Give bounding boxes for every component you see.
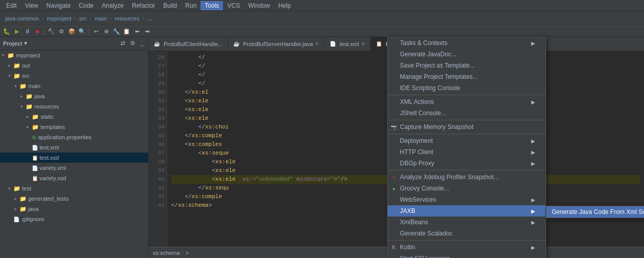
- tab-label-test-xml: test.xml: [339, 41, 359, 47]
- sidebar-minimize-btn[interactable]: _: [139, 39, 145, 47]
- submenu-generate-java[interactable]: Generate Java Code From Xml Schema using…: [547, 206, 644, 218]
- toolbar-run-btn[interactable]: ▶: [12, 27, 22, 36]
- toolbar-btn-1[interactable]: 🐛: [2, 27, 11, 36]
- breadcrumb-java-common[interactable]: java-common: [3, 15, 41, 22]
- menu-refactor[interactable]: Refactor: [128, 1, 159, 10]
- toolbar-btn-3[interactable]: 🔨: [47, 27, 56, 36]
- file-icon-variety-xsd: 📋: [32, 176, 38, 181]
- toolbar-btn-6[interactable]: 🔍: [77, 27, 87, 36]
- toolbar-sep-2: [89, 28, 89, 35]
- menu-analyze[interactable]: Analyze: [98, 1, 128, 10]
- menu-webservices[interactable]: WebServices ▶: [388, 194, 546, 205]
- tab-proto-server[interactable]: ☕ ProtoBufServerHandler.java ✕: [228, 37, 325, 51]
- tab-close-test-xml[interactable]: ✕: [361, 41, 365, 47]
- breadcrumb-src[interactable]: src: [77, 15, 89, 22]
- menu-tasks[interactable]: Tasks & Contexts ▶: [388, 37, 546, 49]
- tab-test-xml[interactable]: 📄 test.xml ✕: [325, 37, 371, 51]
- tree-java-test[interactable]: ▸ 📁 java: [0, 204, 148, 214]
- sidebar-settings-btn[interactable]: ⚙: [129, 39, 137, 47]
- menu-generate-javadoc[interactable]: Generate JavaDoc...: [388, 49, 546, 60]
- menu-capture-memory[interactable]: 📷 Capture Memory Snapshot: [388, 121, 546, 133]
- tree-static[interactable]: ▸ 📁 static: [0, 112, 148, 122]
- toolbar-btn-8[interactable]: ⊕: [102, 27, 111, 36]
- breadcrumb-myproject[interactable]: myproject: [45, 15, 73, 22]
- menu-xmlbeans[interactable]: XmlBeans ▶: [388, 217, 546, 228]
- label-main: main: [28, 83, 41, 89]
- tab-close-proto-server[interactable]: ✕: [315, 41, 319, 47]
- menu-navigate[interactable]: Navigate: [42, 1, 74, 10]
- menu-code[interactable]: Code: [75, 1, 98, 10]
- toolbar-btn-12[interactable]: ➡: [143, 27, 152, 36]
- tree-test-xsd[interactable]: ▸ 📋 test.xsd: [0, 153, 148, 163]
- toolbar-sep-1: [44, 28, 45, 35]
- tree-test-xml[interactable]: ▸ 📄 test.xml: [0, 142, 148, 153]
- jaxb-submenu[interactable]: Generate Java Code From Xml Schema using…: [546, 206, 644, 218]
- menu-run[interactable]: Run: [181, 1, 200, 10]
- menu-jshell[interactable]: JShell Console...: [388, 107, 546, 119]
- menu-xml-actions-arrow: ▶: [531, 99, 535, 105]
- toolbar-btn-10[interactable]: 📋: [122, 27, 131, 36]
- toolbar-btn-9[interactable]: 🔧: [112, 27, 121, 36]
- tree-app-props[interactable]: ▸ ⚙ application.properties: [0, 132, 148, 142]
- menu-http-client[interactable]: HTTP Client ▶: [388, 146, 546, 158]
- folder-icon-myproject: 📁: [7, 52, 14, 59]
- divider-2: [388, 120, 546, 120]
- menu-view[interactable]: View: [21, 1, 43, 10]
- tools-dropdown-menu[interactable]: Tasks & Contexts ▶ Generate JavaDoc... S…: [387, 37, 546, 258]
- toolbar-btn-11[interactable]: ⬅: [132, 27, 142, 36]
- menu-xdebug[interactable]: ✕ Analyze Xdebug Profiler Snapshot...: [388, 171, 546, 183]
- tree-myproject[interactable]: ▾ 📁 myproject: [0, 50, 148, 60]
- menu-ssh[interactable]: Start SSH session...: [388, 253, 546, 258]
- sidebar-collapse-btn[interactable]: ⇄: [119, 39, 127, 47]
- kotlin-icon: K: [390, 243, 398, 251]
- tree-generated-tests[interactable]: ▸ 📁 generated_tests: [0, 193, 148, 204]
- arrow-java: ▸: [21, 94, 26, 99]
- menu-dbgp[interactable]: DBGp Proxy ▶: [388, 158, 546, 169]
- divider-5: [388, 240, 546, 241]
- menu-edit[interactable]: Edit: [2, 1, 21, 10]
- bottom-path-arrow[interactable]: >: [186, 250, 189, 256]
- toolbar-btn-2[interactable]: ⏸: [23, 27, 32, 36]
- toolbar-btn-5[interactable]: 📦: [67, 27, 76, 36]
- label-app-props: application.properties: [38, 134, 92, 140]
- toolbar-btn-4[interactable]: ⚙: [57, 27, 66, 36]
- tree-gitignore[interactable]: ▸ 📄 .gitignore: [0, 214, 148, 224]
- menu-build[interactable]: Build: [159, 1, 182, 10]
- toolbar-stop-btn[interactable]: ■: [33, 27, 42, 36]
- menu-save-template[interactable]: Save Project as Template...: [388, 60, 546, 71]
- tree-test-folder[interactable]: ▾ 📁 test: [0, 183, 148, 193]
- toolbar-btn-7[interactable]: ↩: [91, 27, 100, 36]
- tree-templates[interactable]: ▸ 📁 templates: [0, 122, 148, 132]
- folder-icon-generated-tests: 📁: [19, 196, 27, 202]
- tree-main[interactable]: ▾ 📁 main: [0, 81, 148, 91]
- tab-proto-client[interactable]: ☕ ProtoBufClientHandle...: [149, 37, 228, 51]
- menu-xml-actions[interactable]: XML Actions ▶: [388, 96, 546, 107]
- tree-variety-xsd[interactable]: ▸ 📋 variety.xsd: [0, 173, 148, 183]
- menu-ide-scripting[interactable]: IDE Scripting Console: [388, 82, 546, 94]
- dropdown-arrow[interactable]: ▾: [24, 40, 27, 47]
- tree-src[interactable]: ▾ 📁 src: [0, 71, 148, 81]
- menu-tasks-label: Tasks & Contexts: [400, 39, 448, 47]
- tree-resources[interactable]: ▾ 📁 resources: [0, 101, 148, 112]
- label-test-xml: test.xml: [39, 144, 59, 150]
- line-numbers: 2627282930 3132333435 3637383940 414243: [149, 51, 167, 258]
- tree-variety-xml[interactable]: ▸ 📄 variety.xml: [0, 163, 148, 173]
- breadcrumb-resources[interactable]: resources: [113, 15, 142, 22]
- menu-deployment[interactable]: Deployment ▶: [388, 135, 546, 146]
- folder-icon-java: 📁: [26, 93, 33, 100]
- tree-java-main[interactable]: ▸ 📁 java: [0, 91, 148, 101]
- menu-tools[interactable]: Tools: [200, 1, 223, 10]
- menu-jaxb[interactable]: JAXB ▶: [388, 205, 546, 217]
- breadcrumb-file[interactable]: ...: [145, 15, 154, 22]
- menu-window[interactable]: Window: [244, 1, 274, 10]
- menu-scaladoc[interactable]: Generate Scaladoc: [388, 228, 546, 239]
- menu-groovy[interactable]: ● Groovy Console...: [388, 183, 546, 194]
- menu-help[interactable]: Help: [274, 1, 295, 10]
- bottom-path-schema[interactable]: xs:schema: [153, 250, 180, 256]
- menu-xmlbeans-arrow: ▶: [531, 220, 535, 225]
- tree-out[interactable]: ▸ 📁 out: [0, 60, 148, 71]
- menu-vcs[interactable]: VCS: [223, 1, 244, 10]
- menu-kotlin[interactable]: K Kotlin ▶: [388, 242, 546, 253]
- breadcrumb-main[interactable]: main: [92, 15, 109, 22]
- menu-manage-templates[interactable]: Manage Project Templates...: [388, 71, 546, 82]
